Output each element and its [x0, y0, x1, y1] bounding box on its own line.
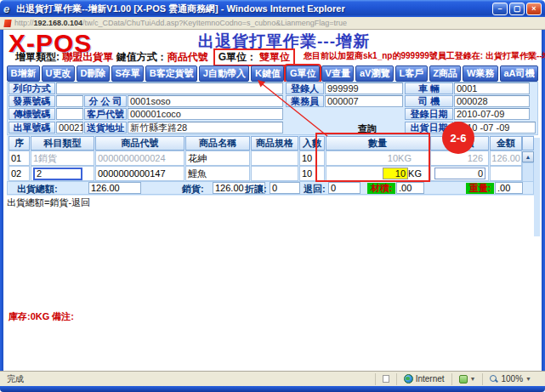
address-field[interactable]: 新竹縣李路28	[128, 122, 283, 134]
restore-button-icon[interactable]: ▢	[509, 3, 525, 15]
print-method-label: 列印方式	[9, 82, 55, 94]
toolbar: B增新 U更改 D刪除 S存單 B客定貨號 J自動帶入 K鍵值 G單位 V查量 …	[7, 65, 538, 82]
table-scroll-up-icon[interactable]: ▲	[522, 151, 534, 162]
table-row2-packs: 10	[299, 166, 325, 181]
protected-mode-icon	[459, 375, 468, 383]
window-title: 出退貨打單作業--增新V1.00 [X-POS 雲通商務網] - Windows…	[16, 3, 492, 15]
toolbar-button-add[interactable]: B增新	[7, 65, 40, 82]
vehicle-field[interactable]: 0001	[454, 82, 530, 94]
protect-caret-icon: ▼	[470, 376, 476, 382]
query-button[interactable]: 查詢	[352, 122, 383, 134]
table-row1-spec	[251, 151, 298, 166]
table-row2-code[interactable]: 0000000000147	[95, 166, 185, 181]
col-header-type: 科目類型	[31, 136, 94, 151]
toolbar-button-autofill[interactable]: J自動帶入	[199, 65, 249, 82]
status-zone-text: Internet	[416, 374, 445, 383]
return-label: 退回:	[304, 183, 327, 194]
status-zone-panel: Internet	[396, 373, 451, 385]
weight-field: .00	[495, 182, 523, 194]
internet-globe-icon	[404, 374, 413, 383]
volume-label: 材積:	[367, 183, 395, 194]
toolbar-button-update[interactable]: U更改	[42, 65, 75, 82]
toolbar-button-browse[interactable]: aV瀏覽	[355, 65, 394, 82]
unit-mode-value: 雙單位	[259, 50, 290, 65]
toolbar-button-customer-code[interactable]: B客定貨號	[145, 65, 197, 82]
address-label: 送貨地址	[84, 122, 127, 134]
boxprice-input[interactable]: 0	[434, 168, 485, 179]
status-protect-panel[interactable]: ▼	[451, 373, 483, 385]
toolbar-button-customer[interactable]: L客戶	[395, 65, 428, 82]
key-mode-value: 商品代號	[167, 50, 208, 65]
table-row2-amount	[490, 166, 522, 181]
table-row2-seq: 02	[9, 166, 30, 181]
ship-date-field[interactable]: 2010 -07 -09	[454, 122, 536, 134]
table-row2-spec	[251, 166, 298, 181]
status-bar: 完成 Internet ▼ 100% ▼	[0, 371, 545, 386]
url-host: 192.168.0.104	[34, 19, 83, 27]
barcode-label: 傳標號碼	[9, 108, 55, 120]
register-date-field[interactable]: 2010-07-09	[454, 108, 530, 120]
driver-field[interactable]: 000028	[454, 95, 530, 107]
toolbar-button-unit[interactable]: G單位	[286, 65, 320, 82]
registrant-field[interactable]: 999999	[325, 82, 403, 94]
toolbar-button-driver[interactable]: aA司機	[500, 65, 538, 82]
customer-code-label: 客戶代號	[84, 108, 127, 120]
toolbar-button-sales[interactable]: W業務	[463, 65, 497, 82]
toolbar-button-delete[interactable]: D刪除	[77, 65, 110, 82]
key-mode-label: 鍵值方式：	[116, 50, 167, 65]
col-header-code: 商品代號	[95, 136, 185, 151]
print-method-field[interactable]	[56, 82, 283, 94]
col-header-scroll	[522, 136, 534, 151]
toolbar-button-save[interactable]: S存單	[111, 65, 144, 82]
col-header-amount: 金額	[490, 136, 522, 151]
window-border-bottom	[0, 386, 545, 392]
table-row2-type: 2	[31, 166, 94, 181]
status-text: 完成	[7, 373, 375, 385]
registrant-label: 登錄人	[286, 82, 324, 94]
driver-label: 司 機	[405, 95, 453, 107]
discount-label: 折讓:	[245, 183, 269, 194]
status-zoom-panel[interactable]: 100% ▼	[482, 373, 538, 385]
col-header-name: 商品名稱	[185, 136, 250, 151]
total-amount-field: 126.00	[88, 182, 141, 194]
window-border-left	[0, 30, 3, 386]
status-page-panel	[375, 373, 396, 385]
col-header-boxprice: 銷箱價	[430, 136, 489, 151]
table-row1-qty: 10KG	[326, 151, 429, 166]
toolbar-button-product[interactable]: Z商品	[429, 65, 462, 82]
customer-code-field[interactable]: 000001coco	[128, 108, 283, 120]
toolbar-button-keyvalue[interactable]: K鍵值	[251, 65, 284, 82]
table-row1-boxprice: 126	[430, 151, 489, 166]
minimize-button-icon[interactable]: –	[492, 3, 508, 15]
order-no-field[interactable]: 000218	[56, 122, 83, 134]
toolbar-button-check-qty[interactable]: V查量	[321, 65, 354, 82]
col-header-spec: 商品規格	[251, 136, 298, 151]
table-row1-code: 0000000000024	[95, 151, 185, 166]
invoice-field[interactable]	[56, 95, 83, 107]
qty-input-highlighted[interactable]: 10	[383, 168, 408, 179]
table-row2-qty: 10KG	[326, 166, 429, 181]
col-header-packs: 入數	[299, 136, 325, 151]
table-row1-seq: 01	[9, 151, 30, 166]
sales-label: 銷貨:	[182, 183, 212, 194]
table-row2-qty-unit: KG	[408, 168, 422, 179]
table-row1-amount: 126.00	[490, 151, 522, 166]
vehicle-label: 車 輛	[405, 82, 453, 94]
url-text: http://192.168.0.104/tw/c_CData/ChuTuiAd…	[14, 19, 347, 27]
invoice-label: 發票號碼	[9, 95, 55, 107]
barcode-field[interactable]	[56, 108, 83, 120]
weight-label: 重量:	[466, 183, 494, 194]
return-field: 0	[328, 182, 360, 194]
ie-icon: e	[3, 3, 16, 15]
order-no-label: 出單號碼	[9, 122, 55, 134]
col-header-qty: 數量	[326, 136, 429, 151]
branch-field[interactable]: 0001soso	[128, 95, 283, 107]
salesman-field[interactable]: 000007	[325, 95, 403, 107]
close-button-icon[interactable]: ×	[526, 3, 542, 15]
type-input[interactable]: 2	[33, 168, 82, 180]
salesman-label: 業務員	[286, 95, 324, 107]
col-header-seq: 序	[9, 136, 30, 151]
address-bar[interactable]: http://192.168.0.104/tw/c_CData/ChuTuiAd…	[0, 17, 545, 30]
volume-field: .00	[396, 182, 424, 194]
branch-label: 分 公 司	[84, 95, 127, 107]
